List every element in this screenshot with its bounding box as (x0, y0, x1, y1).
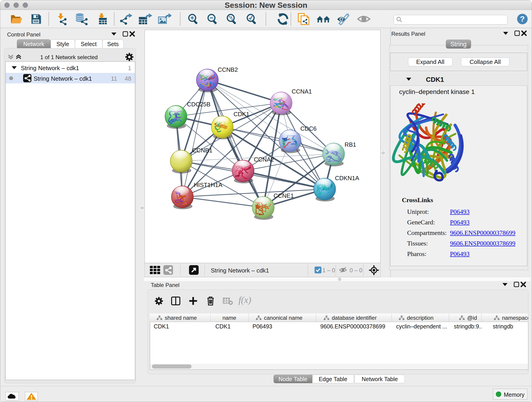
svg-text:CCNB1: CCNB1 (192, 147, 212, 154)
svg-text:CDC25B: CDC25B (187, 101, 210, 108)
svg-text:CCNE1: CCNE1 (273, 192, 294, 199)
svg-text:HIST1H1A: HIST1H1A (194, 182, 222, 188)
svg-text:RB1: RB1 (345, 141, 356, 148)
svg-text:CDC6: CDC6 (300, 125, 317, 132)
svg-text:CDK1: CDK1 (234, 111, 249, 118)
svg-text:CCNA1: CCNA1 (292, 88, 312, 95)
svg-text:?: ? (520, 14, 525, 23)
svg-text:CCNB2: CCNB2 (218, 66, 238, 73)
svg-text:CDKN1A: CDKN1A (335, 175, 359, 182)
svg-text:CCNA2: CCNA2 (254, 156, 274, 163)
